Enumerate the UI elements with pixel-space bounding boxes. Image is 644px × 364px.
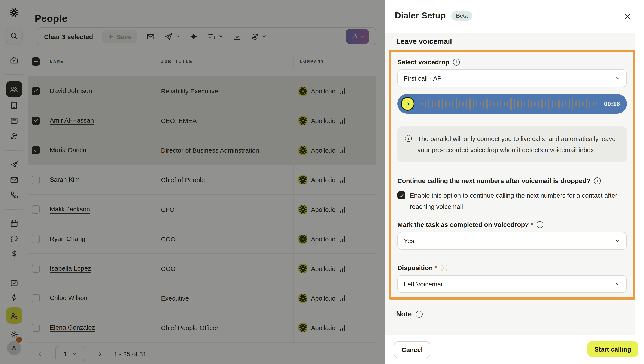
beta-badge: Beta — [451, 11, 472, 20]
cancel-button[interactable]: Cancel — [394, 341, 430, 358]
panel-footer: Cancel Start calling — [385, 335, 644, 364]
voicedrop-label: Select voicedrop — [397, 58, 450, 66]
info-icon — [405, 135, 412, 142]
section-title: Leave voicemail — [396, 37, 634, 46]
voicemail-highlight-box: Select voicedrop First call - AP 00:16 — [389, 50, 634, 300]
close-button[interactable] — [622, 11, 632, 22]
chevron-down-icon — [615, 75, 620, 81]
info-icon[interactable] — [416, 311, 422, 317]
info-note-text: The parallel will only connect you to li… — [418, 133, 619, 156]
play-icon — [404, 101, 411, 107]
required-marker: * — [434, 264, 437, 272]
continue-description: Enable this option to continue calling t… — [410, 190, 627, 212]
chevron-down-icon — [615, 238, 620, 244]
continue-option: Enable this option to continue calling t… — [397, 190, 627, 212]
mark-completed-select[interactable]: Yes — [397, 232, 627, 250]
modal-overlay[interactable] — [0, 0, 385, 364]
chevron-down-icon — [615, 281, 620, 287]
close-icon — [623, 12, 631, 20]
required-marker: * — [530, 221, 533, 229]
mark-question-label: Mark the task as completed on voicedrop? — [397, 221, 529, 229]
info-icon[interactable] — [594, 177, 600, 184]
mark-completed-value: Yes — [404, 237, 414, 244]
voicedrop-value: First call - AP — [404, 75, 442, 82]
voicedrop-audio-player: 00:16 — [397, 94, 627, 114]
start-calling-button[interactable]: Start calling — [588, 341, 638, 357]
info-icon[interactable] — [453, 59, 460, 66]
app-screen: A People Clear 3 selected Save — [0, 0, 644, 364]
voicedrop-select[interactable]: First call - AP — [397, 69, 627, 87]
check-icon — [399, 193, 404, 198]
panel-body: Leave voicemail Select voicedrop First c… — [385, 33, 634, 335]
info-icon[interactable] — [536, 221, 544, 228]
audio-duration: 00:16 — [604, 100, 620, 107]
note-label: Note — [396, 310, 412, 318]
play-button[interactable] — [401, 97, 414, 111]
disposition-label: Disposition — [397, 264, 433, 272]
panel-title: Dialer Setup — [395, 11, 446, 21]
info-icon[interactable] — [440, 265, 447, 271]
continue-checkbox[interactable] — [397, 191, 406, 199]
disposition-value: Left Voicemail — [404, 280, 444, 288]
dialer-setup-panel: Dialer Setup Beta Leave voicemail Select… — [385, 0, 644, 364]
disposition-select[interactable]: Left Voicemail — [397, 275, 627, 293]
continue-question-label: Continue calling the next numbers after … — [397, 177, 590, 185]
panel-header: Dialer Setup Beta — [385, 0, 644, 33]
audio-waveform[interactable] — [414, 97, 604, 110]
parallel-info-note: The parallel will only connect you to li… — [397, 126, 627, 162]
